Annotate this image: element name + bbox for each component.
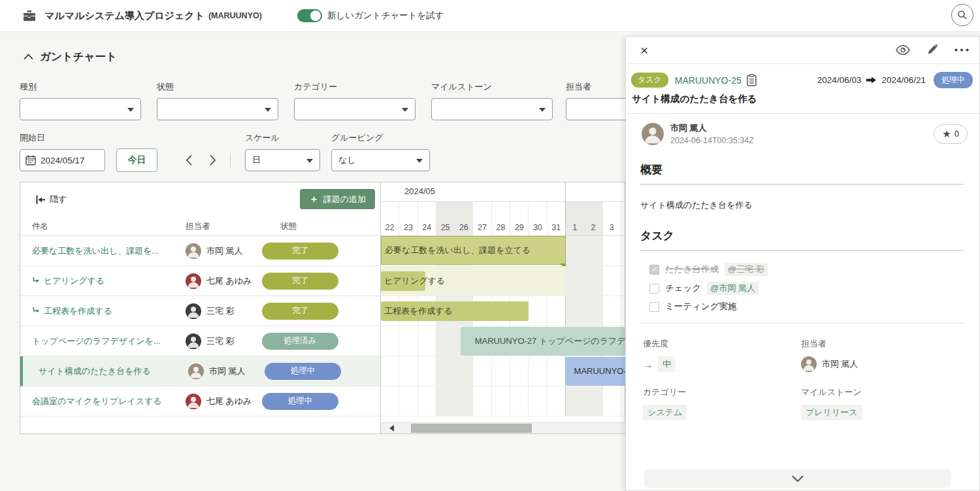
issue-row[interactable]: ヒアリングする七尾 あゆみ完了 xyxy=(20,266,380,296)
issue-row[interactable]: トップページのラフデザインを...三宅 彩処理済み xyxy=(20,326,380,356)
star-count: 0 xyxy=(955,129,959,139)
hide-list-button[interactable]: 隠す xyxy=(32,193,71,206)
search-button[interactable] xyxy=(951,4,973,26)
gantt-row: MARUUNYO-25 xyxy=(381,356,626,386)
scale-select[interactable]: 日 xyxy=(245,149,320,171)
close-panel-button[interactable]: × xyxy=(638,43,651,57)
divider xyxy=(640,323,964,324)
status-badge[interactable]: 完了 xyxy=(262,273,338,290)
caret-down-icon xyxy=(306,159,313,163)
priority-value: 中 xyxy=(658,356,676,372)
gantt-row: ヒアリングする xyxy=(381,266,626,296)
status-badge[interactable]: 処理中 xyxy=(265,363,341,380)
scroll-left-button[interactable] xyxy=(386,424,397,432)
mention-chip[interactable]: @市岡 篤人 xyxy=(707,282,759,295)
issue-type-badge: タスク xyxy=(631,73,668,88)
issue-subject-cell: 工程表を作成する xyxy=(32,305,112,317)
day-header-cell: 28 xyxy=(492,202,510,235)
toggle-knob xyxy=(310,10,321,21)
milestone-value[interactable]: プレリリース xyxy=(801,405,862,420)
created-timestamp: 2024-06-14T00:35:34Z xyxy=(670,136,754,145)
scrollbar-thumb[interactable] xyxy=(411,424,532,433)
gantt-bar[interactable]: MARUUNYO-25 xyxy=(565,357,626,386)
category-value[interactable]: システム xyxy=(643,405,687,420)
status-badge[interactable]: 完了 xyxy=(262,243,338,260)
gantt-bar[interactable]: ヒアリングする xyxy=(381,271,425,291)
status-badge[interactable]: 処理済み xyxy=(262,333,338,350)
issue-row[interactable]: サイト構成のたたき台を作る市岡 篤人処理中 xyxy=(20,356,380,386)
checkbox[interactable]: ✓ xyxy=(649,265,659,275)
gantt-month-row: 2024/05 xyxy=(381,182,626,202)
next-period-button[interactable] xyxy=(204,152,221,169)
issue-subject-link[interactable]: ヒアリングする xyxy=(44,275,105,287)
issue-key-link[interactable]: MARUUNYO-25 xyxy=(675,75,742,86)
issue-subject-link[interactable]: 必要な工数を洗い出し、課題を... xyxy=(32,245,159,257)
filter-type-select[interactable] xyxy=(20,98,141,120)
issue-fields: 優先度 →中 担当者 市岡 篤人 カテゴリー システム マイルストーン プレリリ… xyxy=(643,338,964,435)
add-issue-button[interactable]: ＋課題の追加 xyxy=(300,189,375,209)
day-header-cell: 2 xyxy=(584,202,602,235)
issue-detail-panel: × タスク MARUUNYO-25 2024/06/03 2024/06/21 … xyxy=(625,36,980,491)
watch-button[interactable] xyxy=(896,45,910,55)
collapse-chevron-icon[interactable] xyxy=(24,54,33,60)
issue-subject-cell: ヒアリングする xyxy=(32,275,105,287)
edit-button[interactable] xyxy=(927,44,938,56)
issue-subject-link[interactable]: 会議室のマイクをリプレイスする xyxy=(32,396,162,407)
issue-row[interactable]: 工程表を作成する三宅 彩完了 xyxy=(20,296,380,326)
issue-dates: 2024/06/03 2024/06/21 xyxy=(817,75,926,85)
assignee-name: 市岡 篤人 xyxy=(206,245,243,257)
today-button[interactable]: 今日 xyxy=(116,148,157,172)
day-header-cell: 27 xyxy=(473,202,491,235)
issue-status-badge[interactable]: 処理中 xyxy=(934,72,973,88)
start-date-input[interactable]: 2024/05/17 xyxy=(20,149,105,171)
grouping-select[interactable]: なし xyxy=(331,149,430,171)
issue-subject-link[interactable]: サイト構成のたたき台を作る xyxy=(39,365,151,377)
filter-category-label: カテゴリー xyxy=(294,81,337,93)
caret-down-icon xyxy=(416,159,423,163)
filter-milestone-label: マイルストーン xyxy=(431,81,492,93)
issue-subject-link[interactable]: 工程表を作成する xyxy=(44,305,112,317)
gantt-bar[interactable]: MARUUNYO-27 トップページのラフデ xyxy=(461,327,626,356)
prev-period-button[interactable] xyxy=(180,152,197,169)
list-toolbar: 隠す ＋課題の追加 xyxy=(20,182,380,216)
checklist-label: チェック xyxy=(665,282,701,294)
copy-key-button[interactable] xyxy=(747,74,757,86)
issue-key-row: タスク MARUUNYO-25 2024/06/03 2024/06/21 処理… xyxy=(626,64,979,88)
checkbox[interactable] xyxy=(649,284,659,294)
add-issue-label: 課題の追加 xyxy=(323,194,366,205)
day-header-cell: 25 xyxy=(436,202,455,235)
more-menu-button[interactable] xyxy=(955,48,969,52)
filter-type-label: 種別 xyxy=(20,81,37,93)
assignee-avatar xyxy=(186,394,201,409)
status-badge[interactable]: 処理中 xyxy=(262,393,338,410)
issue-title: サイト構成のたたき台を作る xyxy=(626,88,979,114)
filter-milestone-select[interactable] xyxy=(431,98,553,120)
horizontal-scrollbar[interactable] xyxy=(381,422,626,433)
summary-heading: 概要 xyxy=(640,162,964,185)
gantt-body: 必要な工数を洗い出し、課題を立てるヒアリングする工程表を作成するMARUUNYO… xyxy=(381,236,626,416)
checklist-item: ミーティング実施 xyxy=(649,301,964,313)
issue-row[interactable]: 必要な工数を洗い出し、課題を...市岡 篤人完了 xyxy=(20,236,380,266)
issue-subject-link[interactable]: トップページのラフデザインを... xyxy=(32,335,161,347)
issue-row[interactable]: 会議室のマイクをリプレイスする七尾 あゆみ処理中 xyxy=(20,386,380,416)
checklist-label: ミーティング実施 xyxy=(665,301,737,313)
gantt-bar[interactable]: 工程表を作成する xyxy=(381,301,529,321)
status-badge[interactable]: 完了 xyxy=(262,303,338,320)
filter-category-select[interactable] xyxy=(294,98,416,120)
checkbox[interactable] xyxy=(649,302,659,312)
star-button[interactable]: ★0 xyxy=(934,124,968,144)
checklist-label: たたき台作成 xyxy=(665,263,719,275)
assignee-avatar xyxy=(188,364,204,379)
gantt-board: 隠す ＋課題の追加 件名 担当者 状態 必要な工数を洗い出し、課題を...市岡 … xyxy=(20,182,625,434)
issue-subject-cell: 必要な工数を洗い出し、課題を... xyxy=(32,245,159,257)
new-gantt-toggle[interactable] xyxy=(297,9,322,22)
filter-status-select[interactable] xyxy=(157,98,278,120)
mention-chip[interactable]: @三宅 彩 xyxy=(725,263,768,276)
gantt-bar[interactable]: 必要な工数を洗い出し、課題を立てる xyxy=(381,236,566,265)
scroll-left-icon xyxy=(388,424,395,432)
day-header-cell: 22 xyxy=(381,202,399,235)
chevron-left-icon xyxy=(186,154,193,166)
filter-assignee-label: 担当者 xyxy=(566,81,591,93)
expand-details-button[interactable] xyxy=(644,469,951,488)
issue-assignee-cell: 七尾 あゆみ xyxy=(186,273,252,289)
